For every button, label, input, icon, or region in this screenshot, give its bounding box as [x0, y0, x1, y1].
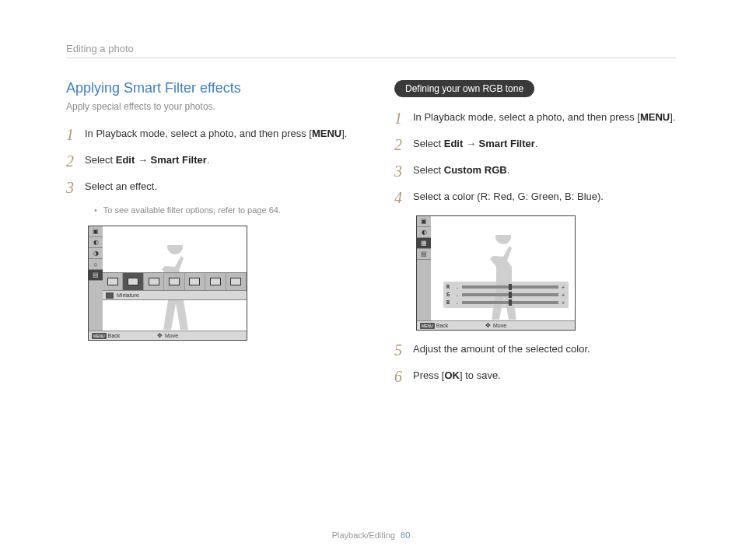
tool-icon: ▤: [417, 249, 431, 260]
step-number: 2: [66, 152, 77, 170]
plus-icon: +: [561, 292, 565, 298]
page-footer: Playback/Editing 80: [0, 530, 742, 540]
move-control: ✥ Move: [485, 322, 506, 329]
back-control: MENU Back: [92, 333, 120, 339]
rgb-row-b: B - +: [446, 299, 565, 306]
plus-icon: +: [561, 300, 565, 306]
right-steps: 1 In Playback mode, select a photo, and …: [394, 110, 676, 206]
move-label: Move: [165, 333, 178, 338]
tool-icon: ◐: [89, 237, 103, 248]
section-title: Applying Smart Filter effects: [66, 80, 348, 96]
step-text-part: ].: [341, 128, 347, 139]
step-number: 5: [394, 341, 405, 359]
tool-icon: ▣: [417, 216, 431, 227]
nav-icon: ✥: [485, 322, 491, 329]
step-text: In Playback mode, select a photo, and th…: [413, 110, 676, 125]
step-number: 2: [394, 136, 405, 153]
step-item: 1 In Playback mode, select a photo, and …: [66, 126, 348, 143]
step-item: 2 Select Edit → Smart Filter.: [66, 152, 348, 170]
step-number: 1: [66, 126, 77, 143]
note-text: To see available filter options, refer t…: [103, 205, 281, 215]
step-text-part: ] to save.: [460, 369, 501, 381]
cam-sidebar: ▣ ◐ ▦ ▤: [417, 216, 431, 320]
rgb-row-r: R - +: [446, 284, 565, 290]
minus-icon: -: [455, 300, 460, 306]
step-item: 6 Press [OK] to save.: [394, 368, 676, 385]
cam-bottom-bar: MENU Back ✥ Move: [417, 320, 575, 330]
camera-ui-rgb: ▣ ◐ ▦ ▤ R - +: [416, 215, 576, 331]
step-text-part: Press [: [413, 369, 444, 381]
subheading-pill: Defining your own RGB tone: [394, 80, 534, 97]
edit-label: Edit: [116, 154, 135, 166]
filter-thumb: [185, 273, 205, 290]
step-text-part: .: [207, 154, 210, 166]
tool-icon: ◑: [89, 248, 103, 259]
section-subtitle: Apply special effects to your photos.: [66, 101, 348, 112]
menu-label: MENU: [640, 111, 670, 123]
step-item: 3 Select Custom RGB.: [394, 163, 676, 180]
manual-page: Editing a photo Applying Smart Filter ef…: [0, 0, 742, 560]
step-number: 6: [394, 368, 405, 385]
step-text: Select Edit → Smart Filter.: [413, 136, 676, 152]
camera-ui-smart-filter: ▣ ◐ ◑ ☼ ▤: [88, 226, 247, 341]
right-column: Defining your own RGB tone 1 In Playback…: [394, 80, 676, 394]
step-number: 4: [394, 189, 405, 206]
filter-thumb: [164, 273, 184, 290]
step-text-part: ].: [670, 111, 675, 123]
g-label: G: [446, 292, 453, 298]
slider-track: [462, 301, 558, 304]
step-text: Select an effect.: [85, 179, 348, 194]
step-item: 3 Select an effect.: [66, 179, 348, 196]
content-columns: Applying Smart Filter effects Apply spec…: [66, 80, 676, 394]
back-label: Back: [108, 333, 121, 338]
step-text-part: In Playback mode, select a photo, and th…: [85, 128, 312, 139]
filter-thumb: [144, 273, 164, 290]
r-label: R: [446, 284, 453, 290]
rgb-row-g: G - +: [446, 292, 565, 298]
smart-filter-label: Smart Filter: [151, 154, 207, 166]
menu-chip-icon: MENU: [92, 333, 107, 339]
arrow-separator: →: [463, 138, 478, 149]
back-label: Back: [436, 323, 449, 328]
filter-name-row: Miniature: [103, 291, 247, 300]
step-text: In Playback mode, select a photo, and th…: [85, 126, 348, 142]
custom-rgb-label: Custom RGB: [444, 164, 507, 176]
filter-chip-icon: [106, 292, 114, 299]
tool-icon: ☼: [89, 259, 103, 270]
filter-icon-row: [103, 272, 247, 291]
arrow-separator: →: [135, 154, 150, 166]
edit-label: Edit: [444, 138, 464, 149]
filter-name-label: Miniature: [117, 292, 139, 298]
back-control: MENU Back: [420, 323, 448, 329]
tool-icon: ▣: [89, 226, 103, 237]
minus-icon: -: [455, 292, 460, 298]
step-text: Select Edit → Smart Filter.: [85, 152, 348, 168]
menu-label: MENU: [312, 128, 341, 139]
filter-thumb-selected: [123, 273, 143, 290]
note-bullet: To see available filter options, refer t…: [94, 205, 348, 215]
step-item: 5 Adjust the amount of the selected colo…: [394, 341, 676, 359]
minus-icon: -: [455, 285, 460, 290]
step-text: Select Custom RGB.: [413, 163, 676, 178]
cam-bottom-bar: MENU Back ✥ Move: [89, 331, 247, 340]
smart-filter-label: Smart Filter: [479, 138, 535, 149]
filter-thumb: [226, 273, 247, 290]
step-item: 2 Select Edit → Smart Filter.: [394, 136, 676, 153]
ok-label: OK: [444, 369, 460, 381]
move-control: ✥ Move: [157, 332, 178, 339]
chapter-label: Editing a photo: [66, 43, 676, 54]
rgb-sliders: R - + G - + B - +: [443, 282, 569, 308]
step-text-part: In Playback mode, select a photo, and th…: [413, 111, 640, 123]
plus-icon: +: [561, 285, 565, 290]
step-number: 3: [394, 163, 405, 180]
step-text-part: Select: [413, 138, 444, 149]
tool-icon-selected: ▤: [89, 270, 103, 281]
move-label: Move: [493, 323, 506, 328]
menu-chip-icon: MENU: [420, 323, 435, 329]
filter-thumb: [205, 273, 226, 290]
step-item: 4 Select a color (R: Red, G: Green, B: B…: [394, 189, 676, 206]
filter-thumb: [103, 273, 123, 290]
step-text: Press [OK] to save.: [413, 368, 676, 383]
b-label: B: [446, 299, 453, 306]
cam-sidebar: ▣ ◐ ◑ ☼ ▤: [89, 226, 103, 331]
